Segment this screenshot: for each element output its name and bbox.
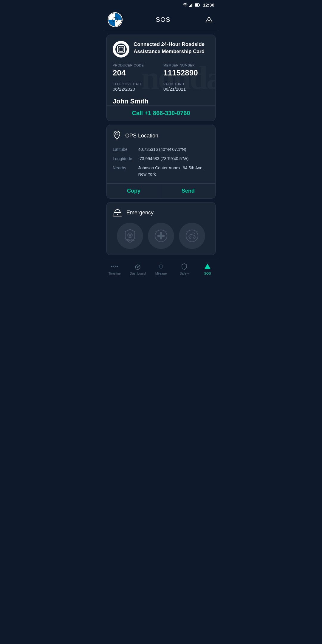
status-bar: 12:30	[103, 0, 219, 10]
nav-sos[interactable]: SOS	[196, 261, 219, 276]
longitude-value: -73.994583 (73°59'40.5"W)	[138, 156, 209, 162]
mileage-nav-label: Mileage	[155, 272, 167, 275]
svg-point-16	[116, 133, 118, 135]
connected-logo	[113, 41, 129, 58]
call-label: Call +1 866-330-0760	[132, 110, 190, 116]
police-icon: POLICE	[122, 228, 138, 244]
gps-title: GPS Location	[125, 133, 158, 139]
dashboard-nav-label: Dashboard	[130, 272, 146, 275]
nav-mileage[interactable]: Mileage	[149, 261, 173, 276]
svg-rect-27	[157, 235, 165, 237]
latitude-label: Latitube	[113, 146, 132, 153]
medical-button[interactable]	[148, 223, 174, 249]
nav-dashboard[interactable]: Dashboard	[126, 261, 149, 276]
svg-rect-2	[191, 4, 192, 7]
nav-timeline[interactable]: Timeline	[103, 261, 126, 276]
send-button[interactable]: Send	[161, 184, 215, 198]
nearby-label: Nearby	[113, 165, 132, 177]
battery-icon	[195, 3, 200, 7]
latitude-value: 40.735316 (40°44'07.1"N)	[138, 146, 209, 153]
main-content: nonda Connected 24-Hour Roadside Assista…	[103, 31, 219, 259]
emergency-siren-icon	[113, 208, 122, 217]
timeline-icon	[111, 263, 118, 270]
svg-rect-0	[189, 6, 190, 7]
membership-card: nonda Connected 24-Hour Roadside Assista…	[106, 35, 216, 121]
medical-icon	[153, 228, 169, 244]
safety-nav-label: Safety	[179, 272, 189, 275]
emergency-header: Emergency	[113, 208, 209, 217]
svg-line-20	[120, 211, 121, 211]
mileage-icon	[157, 263, 165, 270]
svg-line-19	[114, 211, 115, 211]
svg-point-29	[189, 237, 191, 239]
sos-nav-icon	[204, 263, 211, 270]
member-name: John Smith	[113, 97, 209, 105]
timeline-nav-label: Timeline	[108, 272, 120, 275]
emergency-buttons: POLICE	[113, 223, 209, 249]
svg-point-30	[193, 237, 195, 239]
svg-point-31	[112, 266, 112, 267]
gps-fields: Latitube 40.735316 (40°44'07.1"N) Longti…	[113, 146, 209, 177]
svg-point-28	[186, 230, 198, 242]
police-button[interactable]: POLICE	[117, 223, 143, 249]
status-icons	[183, 3, 200, 7]
dashboard-icon	[134, 263, 142, 270]
longitude-label: Longtitude	[113, 156, 132, 162]
svg-rect-6	[195, 4, 198, 6]
tow-button[interactable]	[179, 223, 205, 249]
gps-card: GPS Location Latitube 40.735316 (40°44'0…	[106, 125, 216, 199]
page-title: SOS	[156, 16, 170, 24]
bmw-logo	[108, 12, 123, 27]
svg-text:POLICE: POLICE	[126, 239, 134, 241]
card-title: Connected 24-Hour Roadside Assistance Me…	[134, 41, 209, 55]
status-time: 12:30	[203, 2, 214, 7]
emergency-card: Emergency POLICE	[106, 202, 216, 255]
nav-safety[interactable]: Safety	[173, 261, 196, 276]
settings-button[interactable]	[204, 14, 214, 25]
svg-point-11	[209, 20, 210, 21]
svg-point-21	[117, 214, 118, 215]
svg-rect-1	[190, 5, 191, 7]
svg-point-35	[137, 267, 138, 268]
signal-icon	[189, 3, 193, 7]
copy-button[interactable]: Copy	[107, 184, 161, 198]
gps-pin-icon	[113, 131, 121, 140]
app-header: SOS	[103, 10, 219, 31]
card-header: Connected 24-Hour Roadside Assistance Me…	[113, 41, 209, 58]
sos-nav-label: SOS	[204, 272, 211, 275]
nearby-value: Johnson Center Annex, 64 5th Ave, New Yo…	[138, 165, 209, 177]
gps-header: GPS Location	[113, 131, 209, 140]
send-label: Send	[182, 188, 195, 194]
wifi-icon	[183, 3, 188, 7]
svg-point-13	[115, 44, 127, 55]
emergency-title: Emergency	[126, 210, 154, 216]
svg-rect-3	[193, 3, 193, 7]
gps-actions: Copy Send	[107, 183, 215, 198]
copy-label: Copy	[127, 188, 140, 194]
tow-icon	[184, 228, 200, 244]
card-watermark: nonda	[141, 59, 216, 97]
bottom-nav: Timeline Dashboard Mileage	[103, 259, 219, 280]
svg-point-32	[117, 266, 118, 267]
svg-rect-5	[199, 4, 200, 6]
safety-icon	[180, 263, 188, 270]
call-button[interactable]: Call +1 866-330-0760	[107, 105, 215, 121]
settings-icon	[205, 16, 213, 24]
